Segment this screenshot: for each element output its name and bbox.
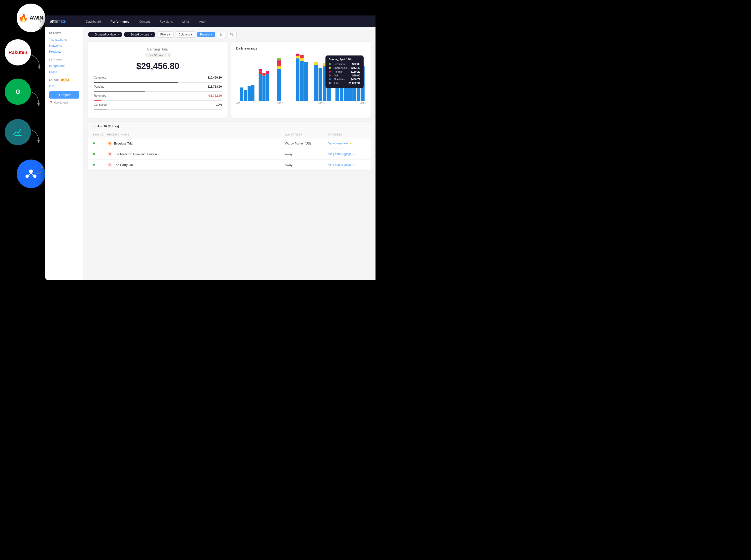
rf-logo-circle: [5, 119, 31, 145]
date-header[interactable]: ▼ Apr 30 (Friday): [88, 122, 371, 131]
total-label: Total: [333, 82, 346, 84]
awin-logo-circle: 🔥 AWIN: [17, 4, 45, 32]
chip2-label: Sorted by date: [131, 33, 149, 36]
rakuten-value: $150.22: [351, 70, 360, 73]
chip1-label: Grouped by date: [95, 33, 116, 36]
svg-rect-24: [296, 56, 300, 58]
search-icon-button[interactable]: 🔍: [227, 31, 236, 38]
row2-status: [93, 153, 107, 155]
refunded-fill: [94, 100, 101, 101]
nav-revisions[interactable]: Revisions: [157, 19, 175, 24]
nav-audit[interactable]: Audit: [197, 19, 208, 24]
svg-rect-7: [244, 90, 247, 101]
row1-product: 🔥 Eyeglass Trial: [107, 141, 285, 146]
svg-rect-6: [240, 87, 243, 101]
earnings-title: Earnings Total: [94, 47, 222, 51]
row2-advertiser: Away: [285, 153, 328, 156]
filters-button[interactable]: Filters ▾: [157, 32, 174, 38]
import-button[interactable]: ⬆ Import: [49, 91, 79, 99]
col-tracking: Tracking: [328, 133, 366, 136]
sidebar-products[interactable]: Products: [49, 48, 79, 55]
refunded-label: Refunded: [94, 94, 106, 97]
fire-icon: 🔥: [107, 141, 112, 146]
columns-button[interactable]: Columns ▾: [176, 32, 195, 38]
total-value: $1,002.91: [349, 82, 360, 84]
table-row: 🔥 Eyeglass Trial Warby Parker (US) /spri…: [88, 138, 371, 149]
table-header: Status Product name Advertiser Tracking: [88, 131, 371, 138]
nav-content[interactable]: Content: [137, 19, 152, 24]
refunded-progress: [94, 100, 222, 101]
refersion-dot: [329, 63, 331, 65]
rakuten-dot: [329, 71, 331, 73]
svg-rect-8: [248, 86, 251, 101]
svg-rect-30: [314, 65, 318, 101]
svg-rect-10: [259, 74, 262, 101]
status-dot-active: [93, 142, 95, 144]
cancelled-fill: [94, 109, 107, 110]
table-section: ▼ Apr 30 (Friday) Status Product name Ad…: [88, 122, 371, 170]
search-icon: 🔍: [230, 33, 234, 36]
import-label: Import: [62, 93, 71, 97]
svg-rect-32: [319, 67, 322, 101]
table-row: ✕ The Carry-On Away /long-haul-luggage ⚡: [88, 160, 371, 170]
close-chip1[interactable]: ×: [117, 33, 119, 36]
tooltip-row-awin: Awin $59.60: [329, 74, 360, 77]
check-icon-1: ✓: [91, 33, 93, 36]
complete-progress: [94, 82, 222, 83]
sidebar-csv[interactable]: CSV: [49, 83, 79, 89]
rakuten-label: Rakuten: [333, 70, 348, 73]
info-icon[interactable]: i: [167, 53, 171, 57]
svg-rect-14: [262, 73, 265, 76]
row1-product-name: Eyeglass Trial: [114, 142, 133, 145]
grouped-by-date-chip[interactable]: ✓ Grouped by date ×: [88, 32, 122, 37]
svg-rect-29: [304, 62, 308, 101]
nav-links[interactable]: Links: [180, 19, 191, 24]
total-dot: [329, 82, 331, 84]
bolt-icon-1: ⚡: [349, 142, 352, 145]
sidebar-integrations[interactable]: Integrations: [49, 63, 79, 69]
earnings-card: Earnings Total Last 30 days i $29,456.80…: [88, 42, 228, 118]
nav-performance[interactable]: Performance: [109, 19, 131, 24]
row1-tracking[interactable]: /spring-eyewear ⚡: [328, 142, 366, 145]
row1-advertiser: Warby Parker (US): [285, 142, 328, 145]
nav-dashboard[interactable]: Dashboard: [84, 19, 103, 24]
rf-icon: [11, 125, 25, 139]
skimlinks-value: $486.79: [351, 78, 360, 81]
shareasale-label: ShareASale: [333, 66, 348, 69]
row3-tracking[interactable]: /long-haul-luggage ⚡: [328, 163, 366, 166]
earnings-amount: $29,456.80: [94, 61, 222, 71]
how-to-use-link[interactable]: ❓ How to use: [49, 101, 79, 104]
tooltip-row-refersion: Refersion $92.85: [329, 63, 360, 65]
sidebar-transactions[interactable]: Transactions: [49, 37, 79, 43]
close-chip2[interactable]: ×: [151, 33, 153, 36]
cross-icon-1: ✕: [107, 152, 112, 156]
row3-advertiser: Away: [285, 163, 328, 167]
sidebar-rules[interactable]: Rules: [49, 69, 79, 75]
sliders-icon: ⚙: [220, 33, 223, 36]
row2-product: ✕ The Medium: Aluminum Edition: [107, 152, 285, 156]
row2-tracking[interactable]: /long-haul-luggage ⚡: [328, 153, 366, 156]
tooltip-date: Sunday, April 11th: [329, 58, 360, 61]
refunded-value: -$1,782.66: [208, 94, 222, 97]
xaxis-apr2x: Apr 2: [360, 102, 366, 104]
svg-rect-15: [266, 74, 269, 101]
chart-area: Sunday, April 11th Refersion $92.85 Shar…: [236, 53, 366, 101]
shareasale-dot: [329, 67, 331, 69]
export-section-title: EXPORT NEW: [49, 79, 79, 81]
filter-bar: ✓ Grouped by date × ✓ Sorted by date × F…: [88, 31, 371, 38]
svg-rect-16: [266, 71, 269, 74]
svg-rect-31: [314, 62, 318, 65]
chart-title: Daily earnings: [236, 46, 366, 50]
skimlinks-label: Skimlinks: [333, 78, 348, 81]
svg-rect-23: [296, 58, 300, 101]
settings-icon-button[interactable]: ⚙: [217, 31, 225, 38]
sorted-by-date-chip[interactable]: ✓ Sorted by date ×: [124, 32, 155, 37]
cross-icon-2: ✕: [107, 162, 112, 167]
pending-label: Pending: [94, 85, 104, 88]
rakuten-logo: Rakuten: [8, 50, 27, 55]
presets-button[interactable]: Presets ▾: [197, 32, 215, 37]
svg-rect-28: [300, 55, 304, 58]
sidebar-networks[interactable]: Networks: [49, 43, 79, 48]
status-dot-active: [93, 153, 95, 155]
awin-dot: [329, 75, 331, 76]
